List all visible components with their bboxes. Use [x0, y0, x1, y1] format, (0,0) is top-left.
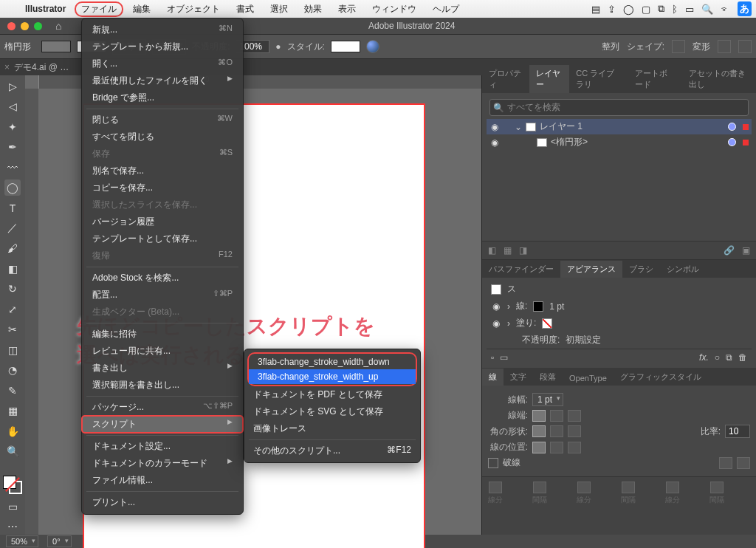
eraser-tool-icon[interactable]: ◧ [4, 261, 21, 276]
dash-align-icon[interactable] [737, 457, 750, 469]
stroke-color-swatch[interactable] [533, 301, 543, 312]
home-icon[interactable]: ⌂ [49, 20, 67, 32]
mi-export[interactable]: 書き出し [82, 360, 243, 377]
eyedropper-tool-icon[interactable]: ✎ [4, 383, 21, 398]
tab-pathfinder[interactable]: パスファインダー [482, 261, 560, 278]
mi-other-scripts[interactable]: その他のスクリプト...⌘F12 [244, 442, 420, 459]
dropbox-icon[interactable]: ⇪ [608, 4, 616, 15]
mi-from-template[interactable]: テンプレートから新規... [82, 38, 243, 55]
mi-open[interactable]: 開く...⌘O [82, 55, 243, 72]
bluetooth-icon[interactable]: ᛒ [672, 4, 678, 15]
align-inside-icon[interactable] [550, 442, 563, 453]
cap-butt-icon[interactable] [532, 410, 546, 422]
selection-tool-icon[interactable]: ▷ [4, 78, 21, 94]
layer-name[interactable]: <楕円形> [551, 136, 588, 148]
status-icon[interactable]: ▤ [591, 4, 600, 15]
fill-swatch[interactable] [41, 41, 71, 52]
dash-field[interactable] [666, 482, 679, 493]
menu-help[interactable]: ヘルプ [426, 1, 466, 17]
mi-script-1[interactable]: 3flab-change_stroke_width_down [249, 355, 416, 369]
isolate-icon[interactable] [718, 40, 731, 53]
dash-field[interactable] [489, 482, 502, 493]
dash-preserve-icon[interactable] [719, 457, 732, 469]
zoom-window-icon[interactable] [34, 22, 42, 30]
target-icon[interactable] [728, 138, 736, 146]
battery-icon[interactable]: ▭ [685, 4, 694, 15]
layer-row[interactable]: ◉ ⌄ レイヤー 1 [487, 119, 752, 134]
display-icon[interactable]: ▢ [642, 4, 650, 15]
fill-color-swatch[interactable] [542, 318, 552, 329]
appearance-fill-row[interactable]: ◉› 塗り: [487, 315, 752, 332]
mi-colormode[interactable]: ドキュメントのカラーモード [82, 455, 243, 472]
mi-close-all[interactable]: すべてを閉じる [82, 129, 243, 145]
gap-field[interactable] [710, 482, 724, 493]
link-panel-icon[interactable]: 🔗 [724, 245, 735, 256]
zoom-tool-icon[interactable]: 🔍 [4, 443, 21, 459]
width-tool-icon[interactable]: ✂ [4, 322, 21, 338]
dash-field[interactable] [577, 482, 591, 493]
mi-print[interactable]: プリント... [82, 494, 243, 511]
ratio-field[interactable]: 10 [725, 425, 750, 438]
visibility-icon[interactable]: ◉ [491, 301, 501, 312]
gradient-tool-icon[interactable]: ▦ [4, 403, 21, 419]
tab-brushes[interactable]: ブラシ [622, 261, 660, 278]
scale-tool-icon[interactable]: ⤢ [4, 301, 21, 317]
mi-place[interactable]: 配置...⇧⌘P [82, 287, 243, 304]
clear-icon[interactable]: ○ [715, 352, 720, 363]
fx-icon[interactable]: fx. [699, 352, 709, 363]
hand-tool-icon[interactable]: ✋ [4, 423, 21, 439]
line-icon[interactable]: ◯ [623, 4, 634, 15]
layer-row[interactable]: ◉ <楕円形> [487, 134, 752, 150]
magic-wand-tool-icon[interactable]: ✦ [4, 119, 21, 134]
minimize-window-icon[interactable] [21, 22, 29, 30]
ime-indicator[interactable]: あ [738, 1, 752, 16]
rotate-tool-icon[interactable]: ↻ [4, 281, 21, 297]
mi-version[interactable]: バージョン履歴 [82, 213, 243, 230]
tab-asset-export[interactable]: アセットの書き出し [682, 65, 756, 93]
join-bevel-icon[interactable] [568, 425, 581, 437]
dashed-checkbox[interactable] [488, 458, 498, 468]
align-center-icon[interactable] [532, 442, 546, 453]
tab-artboards[interactable]: アートボード [628, 65, 682, 93]
close-tab-icon[interactable]: × [4, 62, 10, 72]
menu-select[interactable]: 選択 [264, 1, 295, 17]
tab-opentype[interactable]: OpenType [563, 371, 614, 386]
close-window-icon[interactable] [7, 22, 16, 30]
shape-builder-tool-icon[interactable]: ◔ [4, 363, 21, 378]
swatches-panel-icon[interactable]: ▦ [504, 245, 512, 256]
direct-select-tool-icon[interactable]: ◁ [4, 98, 21, 114]
gradient-panel-icon[interactable]: ◨ [519, 245, 527, 256]
appearance-opacity-row[interactable]: 不透明度: 初期設定 [487, 332, 752, 349]
opacity-value[interactable]: 初期設定 [566, 334, 601, 346]
mi-stock[interactable]: Adobe Stock を検索... [82, 270, 243, 287]
mi-docset[interactable]: ドキュメント設定... [82, 438, 243, 455]
panel-btn-icon[interactable]: ▭ [500, 352, 508, 363]
gap-field[interactable] [533, 482, 546, 493]
mi-save-svg[interactable]: ドキュメントを SVG として保存 [244, 403, 420, 420]
tab-stroke[interactable]: 線 [482, 369, 504, 386]
shape-link[interactable]: シェイプ: [627, 41, 664, 53]
screen-mode-icon[interactable]: ▭ [4, 499, 21, 514]
join-round-icon[interactable] [550, 425, 563, 437]
menu-window[interactable]: ウィンドウ [365, 1, 423, 17]
free-transform-tool-icon[interactable]: ◫ [4, 342, 21, 357]
menu-file[interactable]: ファイル [75, 1, 123, 17]
mi-save-pdf[interactable]: ドキュメントを PDF として保存 [244, 386, 420, 403]
screenshot-icon[interactable]: ⧉ [658, 3, 664, 15]
fill-stroke-indicator[interactable] [3, 476, 22, 494]
brush-tool-icon[interactable]: 🖌 [4, 241, 21, 256]
mi-new[interactable]: 新規...⌘N [82, 21, 243, 38]
visibility-icon[interactable]: ◉ [491, 318, 501, 329]
cap-square-icon[interactable] [568, 410, 581, 422]
mi-save-template[interactable]: テンプレートとして保存... [82, 230, 243, 247]
appearance-stroke-row[interactable]: ◉› 線: 1 pt [487, 298, 752, 315]
mi-review[interactable]: レビュー用に共有... [82, 343, 243, 360]
target-icon[interactable] [728, 123, 736, 131]
cap-round-icon[interactable] [550, 410, 563, 422]
shape-icon[interactable] [672, 40, 685, 53]
app-name[interactable]: Illustrator [19, 4, 72, 14]
mi-bridge[interactable]: Bridge で参照... [82, 89, 243, 106]
menu-effect[interactable]: 効果 [298, 1, 329, 17]
transform-link[interactable]: 変形 [693, 41, 710, 53]
visibility-icon[interactable]: ◉ [489, 137, 500, 148]
